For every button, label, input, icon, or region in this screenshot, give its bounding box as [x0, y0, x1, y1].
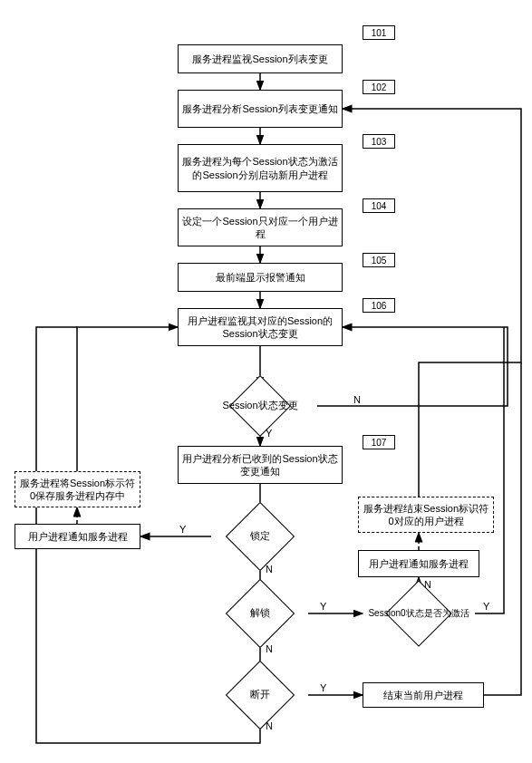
step-106: 用户进程监视其对应的Session的Session状态变更 — [178, 308, 343, 346]
tag-101: 101 — [363, 25, 395, 40]
step-105: 最前端显示报警通知 — [178, 263, 343, 292]
left-save-session0: 服务进程将Session标示符0保存服务进程内存中 — [15, 471, 140, 507]
lbl-y4: Y — [320, 682, 326, 693]
lbl-n2: N — [266, 564, 273, 575]
tag-103: 103 — [363, 134, 395, 149]
right-end-current: 结束当前用户进程 — [363, 682, 484, 708]
step-101: 服务进程监视Session列表变更 — [178, 44, 343, 73]
tag-106: 106 — [363, 298, 395, 313]
lbl-n4: N — [266, 720, 273, 731]
lbl-y1: Y — [266, 428, 272, 439]
lbl-y5: Y — [483, 601, 489, 612]
tag-102: 102 — [363, 80, 395, 94]
right-end-session0: 服务进程结束Session标识符0对应的用户进程 — [358, 497, 494, 533]
step-102: 服务进程分析Session列表变更通知 — [178, 90, 343, 128]
right-notify: 用户进程通知服务进程 — [358, 550, 479, 577]
step-107: 用户进程分析已收到的Session状态变更通知 — [178, 446, 343, 484]
lbl-y2: Y — [179, 524, 186, 535]
lbl-y3: Y — [320, 601, 326, 612]
tag-105: 105 — [363, 253, 395, 267]
step-104: 设定一个Session只对应一个用户进程 — [178, 208, 343, 246]
tag-104: 104 — [363, 198, 395, 213]
step-103: 服务进程为每个Session状态为激活的Session分别启动新用户进程 — [178, 144, 343, 192]
lbl-n1: N — [353, 394, 361, 405]
lbl-n5: N — [424, 579, 431, 590]
tag-107: 107 — [363, 435, 395, 449]
lbl-n3: N — [266, 643, 273, 654]
left-notify: 用户进程通知服务进程 — [15, 524, 140, 549]
